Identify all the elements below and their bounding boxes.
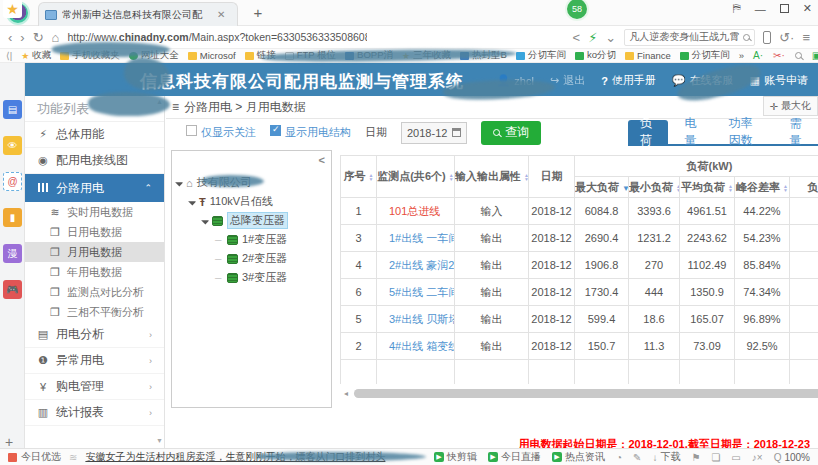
taskbar-flag[interactable]: ⚑ — [691, 452, 700, 463]
taskbar-mute[interactable]: ♪× — [752, 452, 763, 463]
scroll-down-icon[interactable]: ▼ — [156, 437, 163, 444]
monitor-point-link[interactable]: 101总进线 — [389, 205, 440, 217]
translate-icon[interactable]: A· — [753, 50, 763, 61]
tree-node[interactable]: ─3#变压器 — [176, 268, 326, 287]
strip-weibo-icon[interactable]: 👁 — [3, 136, 22, 155]
tree-expander-icon[interactable] — [188, 198, 196, 206]
sidebar-subitem-3[interactable]: ❐年用电数据 — [25, 262, 164, 282]
tab-需量[interactable]: 需量 — [778, 120, 818, 144]
tab-功率因数[interactable]: 功率因数 — [717, 120, 774, 144]
subcol-header-1[interactable]: 最小负荷▲▼ — [629, 177, 680, 198]
taskbar-window[interactable]: ▭ — [731, 452, 740, 463]
tab-电量[interactable]: 电量 — [672, 120, 712, 144]
browser-tab[interactable]: 常州新申达信息科技有限公司配 ✕ — [38, 2, 238, 26]
skin-icon[interactable]: ⛿ — [733, 2, 741, 15]
sidebar-subitem-1[interactable]: ❐日用电数据 — [25, 222, 164, 242]
bookmarks-collapse-icon[interactable]: ⟨| — [6, 50, 12, 61]
close-window-icon[interactable]: ✕ — [803, 2, 812, 15]
minimize-icon[interactable]: — — [755, 3, 766, 15]
taskbar-zoom[interactable]: Q100% — [774, 452, 810, 463]
taskbar-clip[interactable]: ▶快剪辑 — [434, 450, 477, 464]
tree-node[interactable]: ─1#变压器 — [176, 230, 326, 249]
sidebar-item-4[interactable]: ❶异常用电› — [25, 348, 164, 374]
sidebar-scrollbar[interactable]: ▲ ▼ — [155, 96, 163, 448]
maximize-window-icon[interactable] — [780, 4, 789, 13]
taskbar-wheel[interactable]: ◔ — [616, 452, 622, 463]
subcol-header-2[interactable]: 平均负荷▲▼ — [680, 177, 735, 198]
taskbar-layers[interactable]: ❏ — [711, 452, 720, 463]
table-horizontal-scrollbar[interactable]: ◂ ▸ — [344, 388, 818, 399]
monitor-point-link[interactable]: 5#出线 二车间 — [389, 286, 455, 298]
sidebar-item-5[interactable]: ¥购电管理› — [25, 374, 164, 400]
calendar-icon[interactable] — [452, 128, 461, 137]
monitor-point-link[interactable]: 3#出线 贝斯塔德3 — [389, 313, 455, 325]
strip-manga-icon[interactable]: 漫 — [3, 244, 22, 263]
undo-icon[interactable]: ↺· — [779, 30, 794, 45]
new-tab-button[interactable]: + — [248, 4, 268, 21]
sort-carets-icon[interactable]: ▲▼ — [369, 173, 374, 181]
breadcrumb-menu-icon[interactable]: ≡ — [172, 100, 179, 114]
monitor-point-link[interactable]: 1#出线 一车间 — [389, 232, 455, 244]
taskbar-news[interactable]: ▶热点资讯 — [552, 450, 605, 464]
games-icon[interactable]: ▣· — [812, 50, 818, 61]
bookmark-item[interactable]: 分切车间 — [516, 49, 566, 62]
sidebar-subitem-2[interactable]: ❐月用电数据 — [25, 242, 164, 262]
bookmark-item[interactable]: Finance — [625, 49, 671, 62]
sort-carets-icon[interactable]: ▲▼ — [676, 184, 680, 192]
sidebar-item-6[interactable]: ▥统计报表› — [25, 400, 164, 426]
sidebar-item-0[interactable]: ⚡总体用能 — [25, 122, 164, 148]
manual-link[interactable]: ?使用手册 — [601, 73, 656, 88]
bookmark-item[interactable]: ko分切 — [575, 49, 616, 62]
menu-icon[interactable]: ≡ — [802, 30, 810, 45]
sidebar-item-3[interactable]: ▤用电分析› — [25, 322, 164, 348]
logout-button[interactable]: ↪退出 — [550, 73, 585, 88]
sidebar-item-1[interactable]: ◉配用电接线图 — [25, 148, 164, 174]
monitor-point-link[interactable]: 4#出线 箱变线4 — [389, 340, 455, 352]
search-icon[interactable] — [743, 34, 750, 41]
query-button[interactable]: 查询 — [481, 121, 541, 145]
tab-负荷[interactable]: 负荷 — [628, 120, 668, 144]
scroll-left-icon[interactable]: ◂ — [344, 389, 354, 398]
tab-close-icon[interactable]: ✕ — [217, 9, 225, 20]
chevron-down-icon[interactable]: ⌄ — [605, 30, 616, 45]
flash-icon[interactable]: ⚡ — [588, 30, 597, 45]
sort-carets-icon[interactable]: ▲▼ — [524, 173, 529, 181]
featured-link[interactable]: 今日优选 — [8, 450, 61, 464]
col-header-2[interactable]: 输入输出属性▲▼ — [455, 156, 529, 198]
strip-contact-at-icon[interactable]: @ — [3, 172, 22, 191]
date-input[interactable]: 2018-12 — [401, 122, 467, 144]
scissors-icon[interactable]: ✂· — [773, 50, 785, 61]
bookmark-item[interactable]: » — [739, 49, 744, 62]
subcol-header-0[interactable]: 最大负荷▼ — [575, 177, 629, 198]
scrollbar-thumb[interactable] — [354, 389, 818, 398]
subcol-header-4[interactable]: 负▲▼ — [790, 177, 818, 198]
taskbar-download[interactable]: ↓下载 — [652, 450, 680, 464]
find-icon[interactable] — [795, 50, 802, 61]
tree-collapse-icon[interactable]: < — [319, 154, 325, 166]
bookmark-item[interactable]: Microsof — [188, 49, 236, 62]
tree-expander-icon[interactable] — [201, 217, 209, 225]
forward-icon[interactable]: › — [20, 30, 24, 45]
only-follow-checkbox[interactable]: 仅显示关注 — [186, 125, 256, 140]
sort-carets-icon[interactable]: ▲▼ — [783, 184, 788, 192]
sidebar-subitem-0[interactable]: ≋实时用电数据 — [25, 202, 164, 222]
sidebar-item-2[interactable]: 分路用电⌃ — [25, 174, 164, 202]
back-icon[interactable]: ‹ — [8, 30, 12, 45]
col-header-1[interactable]: 监测点(共6个)▲▼ — [377, 156, 455, 198]
tree-node[interactable]: 总降变压器 — [176, 211, 326, 230]
monitor-point-link[interactable]: 2#出线 豪润2 — [389, 259, 454, 271]
bookmark-item[interactable]: ★收藏 — [21, 49, 51, 62]
home-icon[interactable]: ⌂ — [52, 30, 60, 45]
sidebar-subitem-5[interactable]: ❐三相不平衡分析 — [25, 302, 164, 322]
sort-carets-icon[interactable]: ▲▼ — [449, 173, 454, 181]
maximize-panel-button[interactable]: ✛最大化 — [763, 96, 818, 116]
news-collapse-icon[interactable]: ≋ — [69, 452, 77, 463]
taskbar-pin[interactable]: ✎ — [633, 452, 641, 463]
strip-favorites-star-icon[interactable]: ★ — [3, 0, 22, 18]
show-structure-checkbox[interactable]: 显示用电结构 — [270, 125, 351, 140]
strip-notebook-icon[interactable]: ▮ — [3, 208, 22, 227]
col-header-0[interactable]: 序号▲▼ — [341, 156, 377, 198]
phone-icon[interactable] — [763, 31, 771, 44]
col-header-3[interactable]: 日期 — [529, 156, 575, 198]
sidebar-subitem-4[interactable]: ❐监测点对比分析 — [25, 282, 164, 302]
